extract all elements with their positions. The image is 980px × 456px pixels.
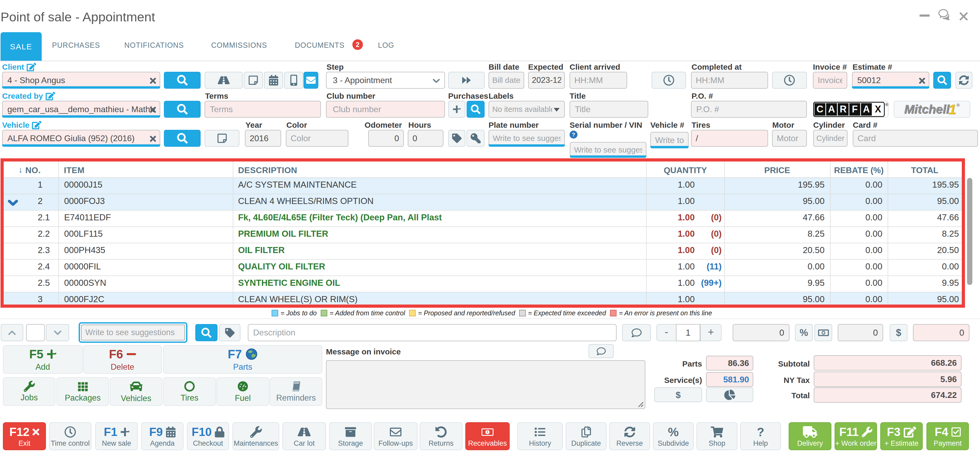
svg-text:1: 1 [487, 430, 488, 434]
svg-text:?: ? [572, 132, 575, 138]
